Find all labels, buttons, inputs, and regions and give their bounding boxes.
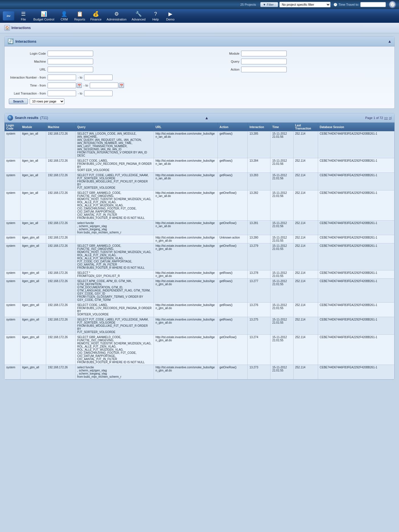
table-row[interactable]: systemitgen_ian_all192.168.172.26SELECT … (5, 131, 394, 158)
interaction-dash: - to (78, 76, 82, 79)
nav-item-crm[interactable]: 👤 CRM (57, 10, 71, 22)
url-input[interactable] (48, 67, 93, 72)
time-to-input[interactable] (90, 83, 118, 88)
table-row[interactable]: systemitgen_gtm_all192.168.172.26select … (5, 365, 394, 379)
col-module[interactable]: Module (20, 123, 46, 131)
url-label: URL (9, 68, 46, 71)
machine-input[interactable] (48, 59, 93, 64)
finance-icon: 💰 (93, 11, 99, 17)
search-panel: 🔄 Interactions ▲ Login Code Module Machi… (4, 36, 395, 109)
time-to-wrap: 📅 (90, 83, 124, 88)
nav-label-budget: Budget Control (33, 18, 54, 21)
interaction-from-input[interactable] (48, 75, 76, 80)
table-row[interactable]: systemitgen_gtm_all192.168.172.26SELECT … (5, 243, 394, 270)
table-row[interactable]: systemitgen_gtm_all192.168.172.26SELECT … (5, 270, 394, 279)
machine-row: Machine (9, 59, 197, 64)
action-label: Action (202, 68, 239, 71)
search-panel-header: 🔄 Interactions ▲ (5, 36, 394, 46)
time-travel-input[interactable] (360, 2, 386, 7)
col-query[interactable]: Query (76, 123, 154, 131)
time-from-wrap: 📅 (48, 83, 82, 88)
page-info: Page 1 of 72 (365, 116, 383, 120)
main-content: 🔄 Interactions ▲ Login Code Module Machi… (0, 33, 399, 387)
last-trans-row: Last Transaction - from - to (9, 91, 390, 96)
top-bar: 25 Projects ▼ Filter : No project specif… (0, 0, 399, 9)
project-filter-select[interactable]: No project specific filter (279, 2, 331, 7)
table-row[interactable]: systemitgen_gtm_all192.168.172.26SELECT … (5, 303, 394, 317)
results-panel: 🔍 Search results (711) ▲ Page 1 of 72 >>… (4, 113, 395, 380)
demo-icon: ▶ (168, 11, 172, 17)
logo-image: inv (3, 11, 14, 20)
col-last-transaction[interactable]: LastTransaction (293, 123, 318, 131)
query-row: Query (202, 59, 390, 64)
search-panel-collapse-button[interactable]: ▲ (388, 39, 392, 44)
module-input[interactable] (241, 51, 287, 56)
nav-item-file[interactable]: ☰ File (16, 10, 30, 22)
last-trans-from-input[interactable] (48, 91, 76, 96)
col-machine[interactable]: Machine (46, 123, 76, 131)
search-panel-body: Login Code Module Machine Query (5, 46, 394, 108)
col-action[interactable]: Action (218, 123, 248, 131)
search-button[interactable]: Search (9, 98, 28, 104)
power-button[interactable]: ⏻ (389, 1, 396, 8)
table-row[interactable]: systemitgen_ian_all192.168.172.26SELECT … (5, 190, 394, 221)
results-panel-collapse-button[interactable]: ▲ (205, 116, 209, 120)
time-from-input[interactable] (48, 83, 76, 88)
table-row[interactable]: systemitgen_gtm_all192.168.172.26SELECT … (5, 317, 394, 335)
col-interaction[interactable]: Interaction (248, 123, 270, 131)
nav-bar: inv ☰ File 📊 Budget Control 👤 CRM 📋 Repo… (0, 9, 399, 23)
table-row[interactable]: systemitgen_gtm_all192.168.172.26SELECT … (5, 335, 394, 365)
projects-count: 25 Projects (240, 3, 256, 6)
pagination: Page 1 of 72 >> >| (365, 116, 392, 120)
login-code-input[interactable] (48, 51, 93, 56)
nav-item-advanced[interactable]: 🔧 Advanced (129, 10, 148, 22)
time-from-calendar-button[interactable]: 📅 (77, 83, 82, 88)
nav-item-reports[interactable]: 📋 Reports (72, 10, 87, 22)
col-database-session[interactable]: Database Session (318, 123, 394, 131)
query-label: Query (202, 60, 239, 63)
table-row[interactable]: systemitgen_ian_all192.168.172.26select … (5, 221, 394, 235)
next-page-button[interactable]: >> (384, 116, 388, 120)
breadcrumb-home-button[interactable]: 🏠 (4, 25, 10, 31)
last-trans-dash: - to (78, 92, 82, 95)
table-row[interactable]: systemitgen_gtm_all192.168.172.26SELECT … (5, 279, 394, 303)
nav-item-finance[interactable]: 💰 Finance (88, 10, 104, 22)
machine-label: Machine (9, 60, 46, 63)
filter-label: Filter : (267, 3, 276, 6)
help-icon: ? (154, 11, 157, 17)
table-row[interactable]: systemitgen_ian_all192.168.172.26SELECT … (5, 158, 394, 173)
results-panel-header: 🔍 Search results (711) ▲ Page 1 of 72 >>… (5, 113, 394, 123)
module-label: Module (202, 52, 239, 55)
crm-icon: 👤 (61, 11, 67, 17)
time-to-calendar-button[interactable]: 📅 (119, 83, 124, 88)
search-actions-row: Search 10 rows per page 25 rows per page… (9, 98, 390, 104)
col-login-code[interactable]: LoginCode (5, 123, 20, 131)
search-magnify-icon: 🔍 (7, 115, 13, 121)
rows-per-page-select[interactable]: 10 rows per page 25 rows per page 50 row… (30, 98, 64, 104)
results-table-body: systemitgen_ian_all192.168.172.26SELECT … (5, 131, 394, 379)
nav-label-advanced: Advanced (132, 18, 146, 21)
col-time[interactable]: Time (270, 123, 293, 131)
last-trans-to-input[interactable] (84, 91, 113, 96)
filter-button[interactable]: ▼ Filter : (260, 2, 278, 7)
interaction-to-input[interactable] (84, 75, 113, 80)
col-url[interactable]: URL (154, 123, 218, 131)
top-bar-right: 25 Projects ▼ Filter : No project specif… (240, 1, 396, 8)
table-row[interactable]: systemitgen_gtm_all192.168.172.26http://… (5, 235, 394, 243)
time-travel-section: 🕐 Time Travel to: (333, 2, 386, 7)
action-input[interactable] (241, 67, 287, 72)
table-row[interactable]: systemitgen_ian_all192.168.172.26SELECT … (5, 173, 394, 190)
nav-label-finance: Finance (90, 18, 101, 21)
nav-item-help[interactable]: ? Help (148, 10, 163, 22)
breadcrumb-bar: 🏠 Interactions (0, 23, 399, 33)
nav-item-budget-control[interactable]: 📊 Budget Control (31, 10, 56, 22)
query-input[interactable] (241, 59, 287, 64)
last-page-button[interactable]: >| (389, 116, 392, 120)
time-row: Time - from 📅 - to 📅 (9, 83, 390, 88)
nav-item-administration[interactable]: ⚙ Administration (104, 10, 129, 22)
nav-item-demo[interactable]: ▶ Demo (163, 10, 178, 22)
interaction-from-label: Interaction Number - from (9, 76, 46, 79)
time-travel-label: Time Travel to: (339, 3, 359, 6)
results-table-container: LoginCode Module Machine Query URL Actio… (5, 123, 394, 379)
nav-label-administration: Administration (107, 18, 127, 21)
